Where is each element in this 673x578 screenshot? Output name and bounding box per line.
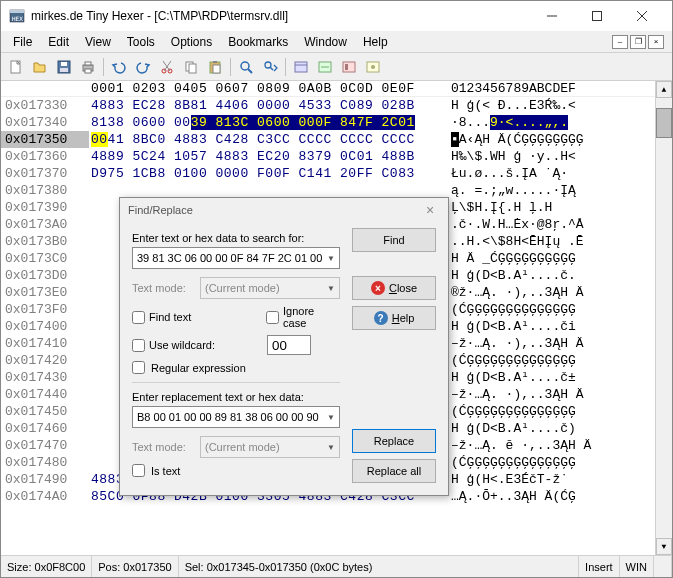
menu-tools[interactable]: Tools (119, 33, 163, 51)
istext-checkbox[interactable] (132, 464, 145, 477)
offset-cell: 0x0174A0 (1, 488, 89, 505)
menu-bookmarks[interactable]: Bookmarks (220, 33, 296, 51)
open-file-icon[interactable] (29, 56, 51, 78)
hex-row[interactable]: 0x017370D975 1CB8 0100 0000 F00F C141 20… (1, 165, 655, 182)
menu-help[interactable]: Help (355, 33, 396, 51)
dialog-titlebar[interactable]: Find/Replace × (120, 198, 448, 222)
cut-icon[interactable] (156, 56, 178, 78)
replace-input[interactable]: B8 00 01 00 00 89 81 38 06 00 00 90 ▼ (132, 406, 340, 428)
vertical-scrollbar[interactable]: ▲ ▼ (655, 81, 672, 555)
scroll-thumb[interactable] (656, 108, 672, 138)
search-input[interactable]: 39 81 3C 06 00 00 0F 84 7F 2C 01 00 ▼ (132, 247, 340, 269)
mdi-close-icon[interactable]: × (648, 35, 664, 49)
redo-icon[interactable] (132, 56, 154, 78)
svg-rect-27 (295, 62, 307, 72)
mdi-restore-icon[interactable]: ❐ (630, 35, 646, 49)
find-next-icon[interactable] (259, 56, 281, 78)
svg-line-26 (270, 67, 273, 70)
regex-checkbox[interactable] (132, 361, 145, 374)
ascii-cell[interactable]: (ĆĢĢĢĢĢĢĢĢĢĢĢĢĢĢ (447, 403, 655, 420)
ascii-cell[interactable]: ®ž·…Ą. ·),..3ĄH Ä (447, 284, 655, 301)
offset-cell: 0x017330 (1, 97, 89, 114)
wildcard-input[interactable] (267, 335, 311, 355)
status-resize-grip[interactable] (654, 556, 672, 577)
find-button[interactable]: Find (352, 228, 436, 252)
ascii-cell[interactable]: H Ä _ĆĢĢĢĢĢĢĢĢĢĢ (447, 250, 655, 267)
hex-bytes-cell[interactable]: 0041 8BC0 4883 C428 C3CC CCCC CCCC CCCC (89, 131, 447, 148)
hex-row[interactable]: 0x0173500041 8BC0 4883 C428 C3CC CCCC CC… (1, 131, 655, 148)
print-icon[interactable] (77, 56, 99, 78)
istext-label: Is text (151, 465, 180, 477)
hex-bytes-cell[interactable]: 4889 5C24 1057 4883 EC20 8379 0C01 488B (89, 148, 447, 165)
ascii-cell[interactable]: H ģ(< Đ...E3Ŕ‰.< (447, 97, 655, 114)
wildcard-checkbox[interactable] (132, 339, 145, 352)
scroll-down-icon[interactable]: ▼ (656, 538, 672, 555)
new-file-icon[interactable] (5, 56, 27, 78)
maximize-button[interactable] (574, 2, 619, 30)
close-button[interactable] (619, 2, 664, 30)
svg-rect-1 (10, 10, 24, 13)
offset-cell: 0x017440 (1, 386, 89, 403)
ascii-cell[interactable]: …Ą.·Ō+..3ĄH Ä(ĆĢ (447, 488, 655, 505)
toolbar-extra3-icon[interactable] (338, 56, 360, 78)
find-text-checkbox[interactable] (132, 311, 145, 324)
ascii-cell[interactable]: H ģ(D<B.A¹....č± (447, 369, 655, 386)
close-dialog-button[interactable]: ×Close (352, 276, 436, 300)
paste-icon[interactable] (204, 56, 226, 78)
ascii-cell[interactable]: H ģ(H<.E3ÉčT-ž˙ (447, 471, 655, 488)
menu-window[interactable]: Window (296, 33, 355, 51)
toolbar (1, 53, 672, 81)
ascii-cell[interactable]: ▪A‹ĄH Ä(ĆĢĢĢĢĢĢĢĢ (447, 131, 655, 148)
ascii-cell[interactable]: Ļ\$H.Į{.H ļ.H (447, 199, 655, 216)
ascii-cell[interactable]: –ž·…Ą. ·),..3ĄH Ä (447, 335, 655, 352)
menu-file[interactable]: File (5, 33, 40, 51)
minimize-button[interactable] (529, 2, 574, 30)
menu-view[interactable]: View (77, 33, 119, 51)
mdi-minimize-icon[interactable]: – (612, 35, 628, 49)
ascii-cell[interactable]: (ĆĢĢĢĢĢĢĢĢĢĢĢĢĢĢ (447, 454, 655, 471)
offset-cell: 0x017480 (1, 454, 89, 471)
scroll-track[interactable] (656, 98, 672, 538)
ignore-case-checkbox[interactable] (266, 311, 279, 324)
hex-row[interactable]: 0x0173304883 EC28 8B81 4406 0000 4533 C0… (1, 97, 655, 114)
close-icon: × (371, 281, 385, 295)
svg-rect-32 (345, 64, 348, 70)
hex-bytes-cell[interactable]: 8138 0600 0039 813C 0600 000F 847F 2C01 (89, 114, 447, 131)
ascii-cell[interactable]: ą. =.;„w.....·ĮĄ (447, 182, 655, 199)
scroll-up-icon[interactable]: ▲ (656, 81, 672, 98)
ascii-cell[interactable]: H ģ(D<B.A¹....či (447, 318, 655, 335)
status-size: Size: 0x0F8C00 (1, 556, 92, 577)
help-button[interactable]: ?Help (352, 306, 436, 330)
ascii-cell[interactable]: .č·.W.H…Ėx·@8ŗ.^Å (447, 216, 655, 233)
hex-bytes-cell[interactable]: D975 1CB8 0100 0000 F00F C141 20FF C083 (89, 165, 447, 182)
hex-bytes-cell[interactable]: 4883 EC28 8B81 4406 0000 4533 C089 028B (89, 97, 447, 114)
offset-cell: 0x017450 (1, 403, 89, 420)
ascii-cell[interactable]: H ģ(D<B.A¹....č) (447, 420, 655, 437)
toolbar-extra1-icon[interactable] (290, 56, 312, 78)
offset-cell: 0x017370 (1, 165, 89, 182)
ascii-cell[interactable]: (ĆĢĢĢĢĢĢĢĢĢĢĢĢĢĢ (447, 301, 655, 318)
ascii-cell[interactable]: H‰\$.WH ģ ·y..H< (447, 148, 655, 165)
ascii-cell[interactable]: –ž·…Ą. ·),..3ĄH Ä (447, 386, 655, 403)
offset-cell: 0x017380 (1, 182, 89, 199)
ascii-cell[interactable]: ·8...9·<....„,. (447, 114, 655, 131)
ascii-cell[interactable]: Łu.ø...š.ĮA ˙Ą· (447, 165, 655, 182)
menu-edit[interactable]: Edit (40, 33, 77, 51)
hex-row[interactable]: 0x0173408138 0600 0039 813C 0600 000F 84… (1, 114, 655, 131)
toolbar-extra2-icon[interactable] (314, 56, 336, 78)
ascii-cell[interactable]: (ĆĢĢĢĢĢĢĢĢĢĢĢĢĢĢ (447, 352, 655, 369)
ascii-cell[interactable]: –ž·…Ą. ē ·,..3ĄH Ä (447, 437, 655, 454)
ascii-cell[interactable]: H ģ(D<B.A¹....č. (447, 267, 655, 284)
toolbar-extra4-icon[interactable] (362, 56, 384, 78)
hex-row[interactable]: 0x0173604889 5C24 1057 4883 EC20 8379 0C… (1, 148, 655, 165)
offset-cell: 0x017470 (1, 437, 89, 454)
undo-icon[interactable] (108, 56, 130, 78)
find-icon[interactable] (235, 56, 257, 78)
save-icon[interactable] (53, 56, 75, 78)
copy-icon[interactable] (180, 56, 202, 78)
dialog-close-icon[interactable]: × (420, 202, 440, 218)
ascii-cell[interactable]: ..Η.<\$8H<ĒHĮų .Ē (447, 233, 655, 250)
replace-all-button[interactable]: Replace all (352, 459, 436, 483)
menu-options[interactable]: Options (163, 33, 220, 51)
replace-button[interactable]: Replace (352, 429, 436, 453)
